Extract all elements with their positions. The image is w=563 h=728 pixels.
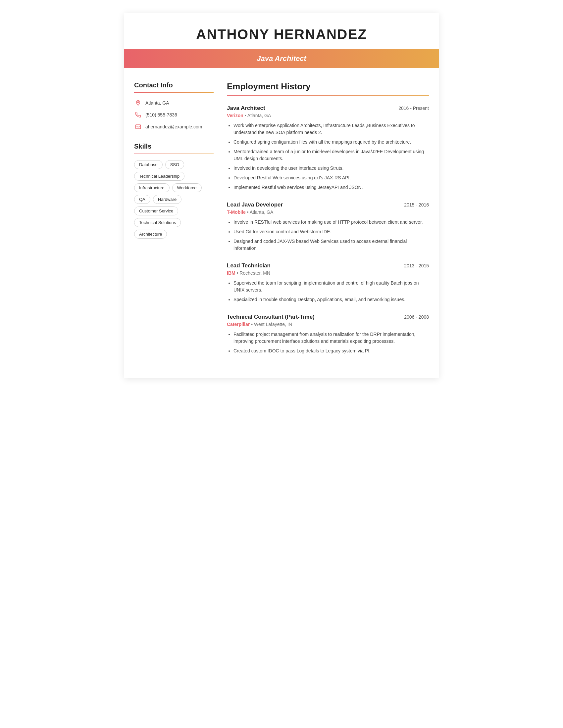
job-bullets: Work with enterprise Application Archite… xyxy=(227,122,429,191)
contact-email: ahernandez@example.com xyxy=(134,123,213,131)
job-title-header: Java Architect xyxy=(257,54,306,63)
job-bullet: Work with enterprise Application Archite… xyxy=(233,122,429,136)
phone-icon xyxy=(134,111,142,119)
job-bullet: Created custom IDOC to pass Log details … xyxy=(233,347,429,354)
skill-tag: Database xyxy=(134,160,163,169)
job-bullet: Designed and coded JAX-WS based Web Serv… xyxy=(233,238,429,252)
job-dates: 2015 - 2016 xyxy=(404,202,429,207)
contact-divider xyxy=(134,92,213,93)
right-column: Employment History Java Architect2016 - … xyxy=(227,81,429,365)
job-meta: Verizon • Atlanta, GA xyxy=(227,113,429,118)
job-bullet: Involve in RESTful web services for maki… xyxy=(233,219,429,226)
location-text: Atlanta, GA xyxy=(145,100,169,106)
candidate-name: ANTHONY HERNANDEZ xyxy=(131,26,432,42)
skills-tags-container: DatabaseSSOTechnical LeadershipInfrastru… xyxy=(134,160,213,239)
skills-heading: Skills xyxy=(134,143,213,150)
job-entry: Lead Technician2013 - 2015IBM • Rocheste… xyxy=(227,262,429,303)
job-dates: 2016 - Present xyxy=(399,106,429,111)
job-company: Verizon xyxy=(227,113,243,118)
job-header: Technical Consultant (Part-Time)2006 - 2… xyxy=(227,314,429,320)
location-icon xyxy=(134,99,142,107)
contact-phone: (510) 555-7836 xyxy=(134,111,213,119)
job-bullet: Mentored/trained a team of 5 junior to m… xyxy=(233,148,429,162)
job-bullets: Supervised the team for scripting, imple… xyxy=(227,280,429,303)
job-bullet: Used Git for version control and Webstor… xyxy=(233,228,429,235)
job-bullet: Facilitated project management from anal… xyxy=(233,331,429,345)
employment-section: Employment History Java Architect2016 - … xyxy=(227,81,429,354)
job-bullet: Implemented Restful web services using J… xyxy=(233,184,429,191)
job-company: Caterpillar xyxy=(227,322,250,327)
skill-tag: Technical Solutions xyxy=(134,218,181,227)
job-meta: T-Mobile • Atlanta, GA xyxy=(227,209,429,215)
job-title: Technical Consultant (Part-Time) xyxy=(227,314,315,320)
body-section: Contact Info Atlanta, GA xyxy=(124,68,439,378)
job-dates: 2013 - 2015 xyxy=(404,263,429,268)
job-entry: Java Architect2016 - PresentVerizon • At… xyxy=(227,105,429,191)
job-meta: Caterpillar • West Lafayette, IN xyxy=(227,322,429,327)
job-title: Lead Java Developer xyxy=(227,202,283,208)
job-bullets: Facilitated project management from anal… xyxy=(227,331,429,354)
skill-tag: QA xyxy=(134,195,150,204)
skill-tag: Workforce xyxy=(172,183,202,192)
skills-divider xyxy=(134,154,213,154)
skill-tag: Architecture xyxy=(134,230,167,239)
job-title: Lead Technician xyxy=(227,262,270,269)
skill-tag: SSO xyxy=(165,160,184,169)
employment-heading: Employment History xyxy=(227,81,429,92)
job-title: Java Architect xyxy=(227,105,265,112)
left-column: Contact Info Atlanta, GA xyxy=(134,81,213,365)
job-bullet: Specialized in trouble shooting Desktop,… xyxy=(233,296,429,303)
employment-divider xyxy=(227,95,429,96)
contact-heading: Contact Info xyxy=(134,81,213,89)
job-dates: 2006 - 2008 xyxy=(404,314,429,320)
job-entry: Technical Consultant (Part-Time)2006 - 2… xyxy=(227,314,429,354)
job-meta: IBM • Rochester, MN xyxy=(227,270,429,276)
job-entry: Lead Java Developer2015 - 2016T-Mobile •… xyxy=(227,202,429,252)
job-bullet: Configured spring configuration files wi… xyxy=(233,139,429,146)
job-header: Lead Technician2013 - 2015 xyxy=(227,262,429,269)
resume-container: ANTHONY HERNANDEZ Java Architect Contact… xyxy=(124,13,439,378)
skill-tag: Infrastructure xyxy=(134,183,169,192)
contact-location: Atlanta, GA xyxy=(134,99,213,107)
skill-tag: Technical Leadership xyxy=(134,172,184,181)
job-company: IBM xyxy=(227,270,235,276)
job-header: Lead Java Developer2015 - 2016 xyxy=(227,202,429,208)
contact-section: Contact Info Atlanta, GA xyxy=(134,81,213,131)
jobs-container: Java Architect2016 - PresentVerizon • At… xyxy=(227,105,429,354)
email-icon xyxy=(134,123,142,131)
job-bullets: Involve in RESTful web services for maki… xyxy=(227,219,429,252)
skills-section: Skills DatabaseSSOTechnical LeadershipIn… xyxy=(134,143,213,239)
job-company: T-Mobile xyxy=(227,209,246,215)
phone-text: (510) 555-7836 xyxy=(145,112,177,117)
skill-tag: Customer Service xyxy=(134,206,178,215)
header-section: ANTHONY HERNANDEZ xyxy=(124,13,439,49)
email-text: ahernandez@example.com xyxy=(145,124,202,129)
job-bullet: Developed Restful Web services using cxf… xyxy=(233,174,429,181)
svg-point-0 xyxy=(137,102,139,103)
svg-rect-1 xyxy=(136,125,141,129)
skill-tag: Hardware xyxy=(153,195,181,204)
job-bullet: Supervised the team for scripting, imple… xyxy=(233,280,429,294)
title-bar: Java Architect xyxy=(124,49,439,68)
job-bullet: Involved in developing the user interfac… xyxy=(233,165,429,172)
job-header: Java Architect2016 - Present xyxy=(227,105,429,112)
